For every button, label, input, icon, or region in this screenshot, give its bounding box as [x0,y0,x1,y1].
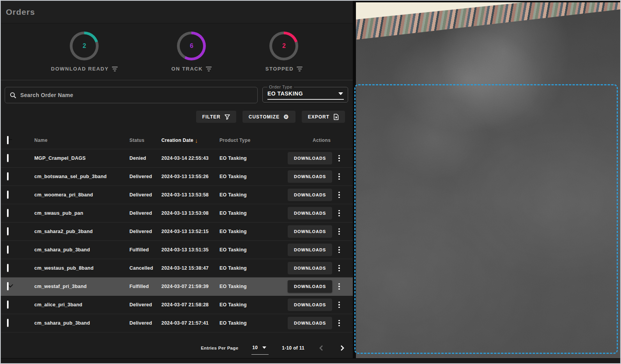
select-all-checkbox[interactable] [7,136,9,144]
status-label: STOPPED [265,66,294,72]
order-creation-date: 2024-03-13 13:52:15 [161,229,219,234]
downloads-button[interactable]: DOWNLOADS [288,244,332,256]
status-filter-toggle[interactable]: ON TRACK [172,66,212,72]
table-row[interactable]: cm_westaf_pri_3band Fulfilled 2024-03-07… [1,277,353,296]
downloads-button[interactable]: DOWNLOADS [288,207,332,219]
order-product-type: EO Tasking [219,229,288,234]
export-file-icon [333,114,339,120]
row-actions: DOWNLOADS [288,207,353,219]
row-checkbox[interactable] [7,154,9,162]
column-header-product-type[interactable]: Product Type [219,138,288,143]
downloads-button[interactable]: DOWNLOADS [288,299,332,311]
order-status-summary: 2 DOWNLOAD READY 6 ON TRACK [1,23,353,80]
order-product-type: EO Tasking [219,155,288,161]
status-filter-toggle[interactable]: STOPPED [265,66,303,72]
column-header-name[interactable]: Name [34,138,129,143]
status-ring: 2 [269,32,298,60]
downloads-button[interactable]: DOWNLOADS [288,280,332,293]
kebab-menu-icon[interactable] [338,209,341,217]
order-name: cm_sahara2_pub_3band [34,229,129,234]
order-name: cm_westaus_pub_8band [34,265,129,271]
kebab-menu-icon[interactable] [338,228,341,236]
next-page-button[interactable] [339,344,346,352]
order-creation-date: 2024-03-12 15:38:47 [161,265,219,271]
downloads-button[interactable]: DOWNLOADS [288,317,332,329]
row-checkbox[interactable] [7,227,9,235]
status-label: ON TRACK [172,66,203,72]
order-creation-date: 2024-03-13 13:55:26 [161,174,219,179]
customize-button-label: CUSTOMIZE [249,114,280,120]
table-row[interactable]: cm_botswana_sel_pub_3band Delivered 2024… [1,168,353,186]
order-status: Delivered [129,229,161,234]
filter-button[interactable]: FILTER [196,111,236,123]
table-row[interactable]: cm_woomera_pri_8band Delivered 2024-03-1… [1,186,353,204]
search-input[interactable] [20,92,253,98]
downloads-button[interactable]: DOWNLOADS [288,225,332,238]
order-product-type: EO Tasking [219,192,288,198]
order-type-select[interactable]: Order Type EO TASKING [262,85,348,102]
downloads-button[interactable]: DOWNLOADS [288,262,332,274]
kebab-menu-icon[interactable] [338,319,341,327]
status-count: 2 [282,42,286,49]
kebab-menu-icon[interactable] [338,173,341,181]
order-status: Delivered [129,192,161,198]
table-row[interactable]: cm_sahara_pub_3band Delivered 2024-03-07… [1,314,353,332]
order-name: cm_alice_pri_3band [34,302,129,307]
kebab-menu-icon[interactable] [338,154,341,163]
map-view[interactable] [353,1,620,363]
row-actions: DOWNLOADS [288,244,353,256]
kebab-menu-icon[interactable] [338,301,341,309]
kebab-menu-icon[interactable] [338,283,341,291]
row-checkbox[interactable] [7,172,9,180]
row-checkbox[interactable] [7,300,9,309]
row-checkbox[interactable] [7,282,9,290]
order-status: Fulfilled [129,247,161,253]
page-title: Orders [6,7,35,17]
row-checkbox[interactable] [7,264,9,272]
downloads-button[interactable]: DOWNLOADS [288,189,332,201]
order-product-type: EO Tasking [219,247,288,253]
order-name: cm_sahara_pub_3band [34,320,129,326]
status-filter-toggle[interactable]: DOWNLOAD READY [51,66,118,72]
kebab-menu-icon[interactable] [338,191,341,199]
order-creation-date: 2024-03-14 22:55:43 [161,155,219,161]
table-toolbar: FILTER CUSTOMIZE ⚙ EXPORT [1,104,353,123]
column-header-creation-date[interactable]: Creation Date ↓ [161,137,219,144]
row-actions: DOWNLOADS [288,280,353,293]
table-row[interactable]: cm_alice_pri_3band Delivered 2024-03-07 … [1,296,353,314]
filter-button-label: FILTER [202,114,221,120]
order-status: Fulfilled [129,284,161,289]
row-checkbox[interactable] [7,191,9,199]
export-button[interactable]: EXPORT [302,111,345,123]
orders-table: Name Status Creation Date ↓ Product Type… [1,132,353,332]
downloads-button[interactable]: DOWNLOADS [288,170,332,183]
row-actions: DOWNLOADS [288,152,353,164]
table-row[interactable]: cm_westaus_pub_8band Cancelled 2024-03-1… [1,259,353,277]
table-row[interactable]: cm_sahara2_pub_3band Delivered 2024-03-1… [1,223,353,241]
status-count: 2 [83,42,86,49]
kebab-menu-icon[interactable] [338,264,341,272]
table-row[interactable]: MGP_Crampel_DAGS Denied 2024-03-14 22:55… [1,149,353,168]
page-range: 1-10 of 11 [282,345,304,351]
order-name: cm_swaus_pub_pan [34,210,129,216]
order-product-type: EO Tasking [219,302,288,307]
order-name: MGP_Crampel_DAGS [34,155,129,161]
app-window: Orders 2 DOWNLOAD READY 6 ON TRACK [0,0,621,364]
aoi-selection-rectangle[interactable] [354,84,618,354]
table-row[interactable]: cm_swaus_pub_pan Delivered 2024-03-13 13… [1,204,353,223]
search-box[interactable] [5,87,258,103]
downloads-button[interactable]: DOWNLOADS [288,152,332,164]
table-row[interactable]: cm_sahara_pub_3band Fulfilled 2024-03-13… [1,241,353,259]
row-checkbox[interactable] [7,209,9,217]
row-checkbox[interactable] [7,319,9,327]
kebab-menu-icon[interactable] [338,246,341,254]
search-icon [10,92,16,99]
column-header-status[interactable]: Status [129,138,161,143]
order-status: Delivered [129,302,161,307]
customize-button[interactable]: CUSTOMIZE ⚙ [242,111,295,123]
row-checkbox[interactable] [7,246,9,254]
order-type-value: EO TASKING [267,90,303,97]
previous-page-button[interactable] [318,344,325,352]
page-size-select[interactable]: 10 [251,345,269,355]
bottom-bar [1,358,620,363]
